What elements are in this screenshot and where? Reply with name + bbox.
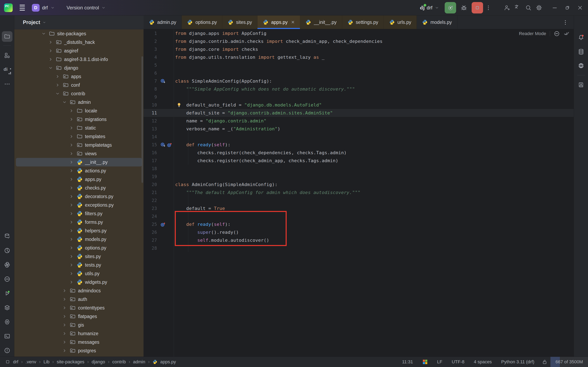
tree-item-actions-py[interactable]: actions.py	[14, 167, 144, 175]
chevron-right-icon[interactable]	[68, 202, 75, 208]
tree-item-templatetags[interactable]: templatetags	[14, 141, 144, 149]
editor-gutter[interactable]: 3	[144, 45, 174, 53]
editor-gutter[interactable]: 27	[144, 236, 174, 244]
code-line-8[interactable]: 8 """Simple AppConfig which does not do …	[144, 85, 574, 93]
line-ending-selector[interactable]: LF	[432, 357, 447, 367]
breadcrumb--venv[interactable]: .venv	[26, 359, 36, 365]
code-line-21[interactable]: 21 """The default AppConfig for admin wh…	[144, 189, 574, 196]
editor-tab-apps-py[interactable]: apps.py✕	[257, 16, 300, 29]
code-line-7[interactable]: 7class SimpleAdminConfig(AppConfig):	[144, 77, 574, 85]
chevron-right-icon[interactable]	[61, 331, 68, 336]
code-line-3[interactable]: 3from django.core import checks	[144, 45, 574, 53]
overrides-marker-icon[interactable]	[160, 221, 166, 227]
breadcrumb-admin[interactable]: admin	[133, 359, 145, 365]
tree-item-views[interactable]: views	[14, 149, 144, 158]
breadcrumb-drf[interactable]: drf	[13, 359, 18, 365]
editor-gutter[interactable]: 1	[144, 29, 174, 37]
tree-item-migrations[interactable]: migrations	[14, 115, 144, 124]
editor-gutter[interactable]: 12	[144, 117, 174, 125]
project-widget[interactable]: D drf	[32, 4, 55, 12]
problems-icon[interactable]	[2, 345, 12, 356]
tree-item-contrib[interactable]: contrib	[14, 89, 144, 98]
tree-item-exceptions-py[interactable]: exceptions.py	[14, 201, 144, 209]
windows-logo-icon[interactable]	[418, 357, 432, 367]
editor-tab-urls-py[interactable]: urls.py	[384, 16, 417, 29]
tree-item-site-packages[interactable]: site-packages	[14, 29, 144, 38]
editor-gutter[interactable]: 23	[144, 204, 174, 212]
tab-options-kebab-icon[interactable]	[562, 16, 568, 29]
chevron-right-icon[interactable]	[68, 177, 75, 182]
chevron-right-icon[interactable]	[68, 108, 75, 113]
chevron-right-icon[interactable]	[61, 288, 68, 293]
breadcrumb-apps-py[interactable]: apps.py	[153, 359, 176, 365]
chevron-right-icon[interactable]	[68, 271, 75, 276]
code-line-5[interactable]: 5	[144, 61, 574, 69]
chevron-right-icon[interactable]	[68, 185, 75, 191]
no-problems-check-icon[interactable]	[563, 31, 570, 37]
code-line-11[interactable]: 11 default_site = "django.contrib.admin.…	[144, 109, 574, 117]
chevron-down-icon[interactable]	[47, 65, 54, 71]
tree-item-apps[interactable]: apps	[14, 72, 144, 81]
tree-item-postgres[interactable]: postgres	[14, 346, 144, 355]
editor-gutter[interactable]: 8	[144, 85, 174, 93]
editor-tab-settings-py[interactable]: settings.py	[342, 16, 384, 29]
interpreter-selector[interactable]: Python 3.11 (drf)	[496, 357, 539, 367]
tree-item-checks-py[interactable]: checks.py	[14, 184, 144, 192]
code-line-6[interactable]: 6	[144, 69, 574, 77]
indent-selector[interactable]: 4 spaces	[469, 357, 496, 367]
tree-item-asgiref[interactable]: asgiref	[14, 47, 144, 55]
chevron-right-icon[interactable]	[47, 40, 54, 45]
tree-item-forms-py[interactable]: forms.py	[14, 218, 144, 226]
version-control-menu[interactable]: Version control	[67, 5, 106, 11]
editor-gutter[interactable]: 24	[144, 212, 174, 220]
inspections-widget-icon[interactable]	[554, 31, 560, 37]
tree-item-options-py[interactable]: options.py	[14, 244, 144, 252]
chevron-right-icon[interactable]	[61, 314, 68, 319]
documentation-book-icon[interactable]	[576, 80, 586, 90]
tree-item-admindocs[interactable]: admindocs	[14, 286, 144, 295]
code-line-13[interactable]: 13 verbose_name = _("Administration")	[144, 125, 574, 133]
structure-icon[interactable]	[2, 50, 12, 61]
editor-gutter[interactable]: 9	[144, 93, 174, 101]
editor-gutter[interactable]: 15	[144, 141, 174, 149]
encoding-selector[interactable]: UTF-8	[447, 357, 469, 367]
tree-item-locale[interactable]: locale	[14, 107, 144, 115]
tree-item-admin[interactable]: admin	[14, 98, 144, 107]
chevron-right-icon[interactable]	[61, 322, 68, 328]
tree-item-asgiref-3-8-1-dist-info[interactable]: asgiref-3.8.1.dist-info	[14, 55, 144, 64]
code-line-22[interactable]: 22	[144, 196, 574, 204]
run-anything-hex-icon[interactable]	[2, 317, 12, 327]
tree-item-tests-py[interactable]: tests.py	[14, 261, 144, 269]
close-icon[interactable]	[574, 0, 586, 16]
tree-item-flatpages[interactable]: flatpages	[14, 312, 144, 321]
services-layers-icon[interactable]	[2, 302, 12, 313]
project-panel-header[interactable]: Project	[14, 16, 144, 29]
tree-item-auth[interactable]: auth	[14, 295, 144, 304]
tree-item-django[interactable]: django	[14, 64, 144, 72]
chevron-right-icon[interactable]	[68, 211, 75, 216]
database-icon[interactable]	[576, 47, 586, 57]
code-line-4[interactable]: 4from django.utils.translation import ge…	[144, 53, 574, 61]
chevron-right-icon[interactable]	[68, 134, 75, 139]
breadcrumb-lib[interactable]: Lib	[43, 359, 49, 365]
chevron-right-icon[interactable]	[68, 228, 75, 233]
translate-icon[interactable]: A	[512, 1, 523, 14]
tree-item-static[interactable]: static	[14, 124, 144, 132]
main-menu-icon[interactable]	[19, 4, 26, 11]
database-check-icon[interactable]	[2, 231, 12, 242]
editor-gutter[interactable]: 10	[144, 101, 174, 109]
editor-tab-sites-py[interactable]: sites.py	[222, 16, 257, 29]
code-line-16[interactable]: 16 checks.register(check_dependencies, c…	[144, 149, 574, 157]
editor-gutter[interactable]: 2	[144, 37, 174, 45]
chevron-right-icon[interactable]	[68, 262, 75, 268]
chevron-down-icon[interactable]	[40, 31, 47, 36]
python-packages-icon[interactable]	[2, 259, 12, 270]
editor-gutter[interactable]: 28	[144, 244, 174, 252]
chevron-right-icon[interactable]	[47, 48, 54, 53]
tree-item-templates[interactable]: templates	[14, 132, 144, 141]
run-tool-icon[interactable]	[2, 288, 12, 299]
editor-gutter[interactable]: 5	[144, 61, 174, 69]
minimize-icon[interactable]	[548, 0, 561, 16]
tree-item-decorators-py[interactable]: decorators.py	[14, 192, 144, 201]
editor-gutter[interactable]: 25	[144, 220, 174, 228]
